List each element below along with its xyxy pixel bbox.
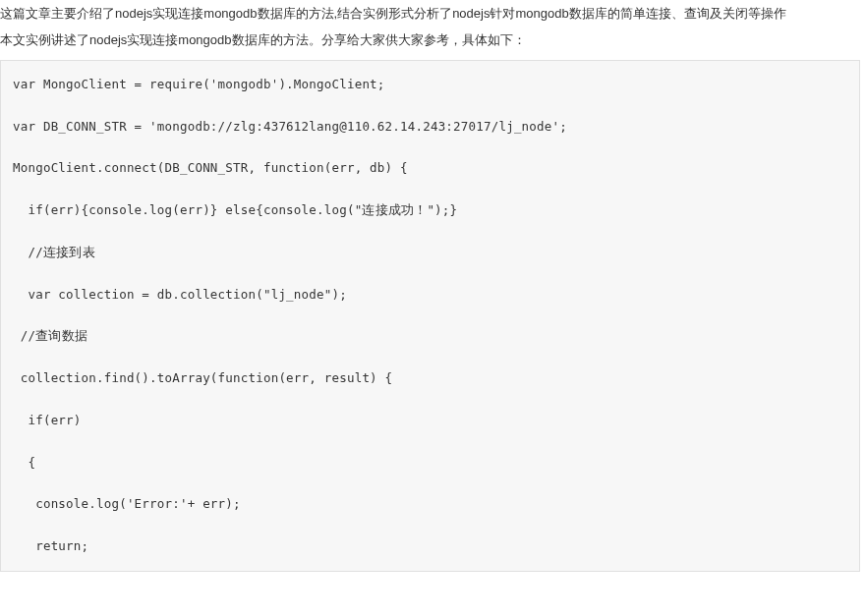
code-blank xyxy=(13,393,847,407)
code-blank xyxy=(13,308,847,322)
code-blank xyxy=(13,99,847,113)
code-blank xyxy=(13,435,847,449)
code-blank xyxy=(13,183,847,196)
code-blank xyxy=(13,225,847,239)
code-blank xyxy=(13,476,847,490)
code-line: if(err) xyxy=(13,412,847,430)
code-line: { xyxy=(13,454,847,473)
code-block: var MongoClient = require('mongodb').Mon… xyxy=(0,60,860,572)
article-intro-1: 这篇文章主要介绍了nodejs实现连接mongodb数据库的方法,结合实例形式分… xyxy=(0,0,866,27)
code-blank xyxy=(13,351,847,364)
code-line: return; xyxy=(13,537,847,556)
code-blank xyxy=(13,519,847,532)
code-line: //查询数据 xyxy=(13,327,847,346)
code-line: var collection = db.collection("lj_node"… xyxy=(13,286,847,305)
code-line: var DB_CONN_STR = 'mongodb://zlg:437612l… xyxy=(13,118,847,137)
code-line: //连接到表 xyxy=(13,244,847,262)
code-line: collection.find().toArray(function(err, … xyxy=(13,369,847,388)
code-line: if(err){console.log(err)} else{console.l… xyxy=(13,201,847,220)
code-blank xyxy=(13,140,847,154)
code-line: var MongoClient = require('mongodb').Mon… xyxy=(13,76,847,94)
code-line: MongoClient.connect(DB_CONN_STR, functio… xyxy=(13,159,847,178)
code-line: console.log('Error:'+ err); xyxy=(13,495,847,514)
code-blank xyxy=(13,267,847,281)
article-intro-2: 本文实例讲述了nodejs实现连接mongodb数据库的方法。分享给大家供大家参… xyxy=(0,27,866,53)
